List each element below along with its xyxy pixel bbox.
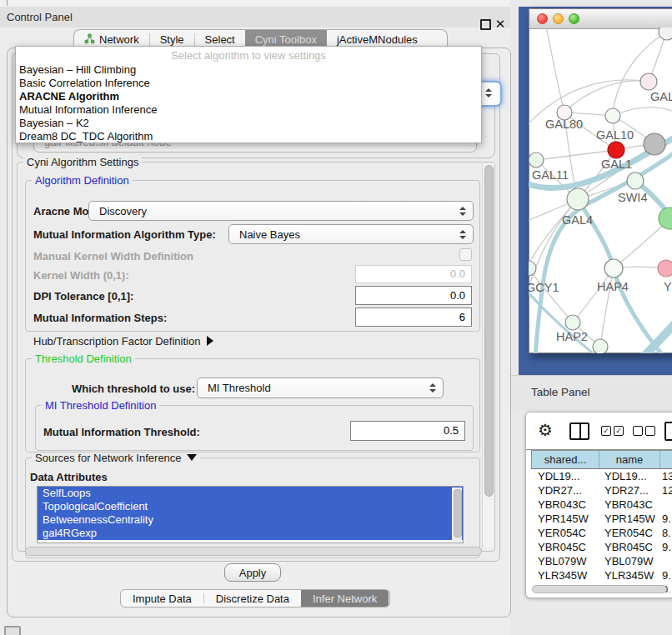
table-horizontal-scrollbar[interactable] [532, 585, 667, 593]
node-unlabeled[interactable] [659, 28, 672, 40]
hub-definition-toggle[interactable]: Hub/Transcription Factor Definition [33, 335, 213, 348]
node-label: GAL1 [601, 158, 632, 171]
collapsed-panel-icon[interactable] [4, 626, 21, 635]
tab-infer-network[interactable]: Infer Network [301, 590, 389, 607]
tab-style-label: Style [160, 33, 184, 46]
node-bottom[interactable] [593, 339, 608, 353]
node-swi4[interactable] [627, 172, 644, 189]
threshold-definition-title: Threshold Definition [32, 353, 135, 364]
list-item[interactable]: BetweennessCentrality [38, 513, 463, 527]
deselect-all-columns-icon[interactable] [633, 426, 655, 436]
table-row[interactable]: YBR043C YBR043C [531, 498, 672, 512]
node-gal10[interactable] [605, 108, 620, 123]
mi-steps-field[interactable]: 6 [355, 308, 472, 327]
scrollbar-thumb[interactable] [454, 489, 462, 538]
node-gcy1[interactable] [529, 261, 536, 276]
which-threshold-value: MI Threshold [198, 382, 429, 394]
tab-impute-data[interactable]: Impute Data [121, 590, 203, 607]
minimize-traffic-light-icon[interactable] [553, 13, 564, 24]
data-attributes-list[interactable]: SelfLoops TopologicalCoefficient Between… [37, 486, 464, 543]
node-pink[interactable] [658, 260, 672, 277]
node-green[interactable] [659, 208, 672, 229]
dpi-tolerance-label: DPI Tolerance [0,1]: [33, 290, 133, 302]
tab-network-label: Network [99, 33, 139, 46]
apply-button[interactable]: Apply [224, 563, 281, 582]
network-window-titlebar[interactable] [529, 9, 672, 29]
sources-group-title[interactable]: Sources for Network Inference [32, 452, 200, 463]
table-row[interactable]: YLR345W YLR345W 9. [531, 568, 672, 582]
cell-name: YBL079W [598, 554, 658, 568]
list-item[interactable]: TopologicalCoefficient [38, 500, 463, 513]
cell-shared: YLR345W [531, 568, 598, 582]
node-gal4[interactable] [567, 188, 589, 210]
cell-shared: YPR145W [531, 512, 598, 526]
node-table[interactable]: shared... name YDL19... YDL19... 13 YDR2… [531, 450, 672, 592]
table-row[interactable]: YPR145W YPR145W 9. [531, 512, 672, 526]
dropdown-item[interactable]: Basic Correlation Inference [16, 77, 481, 90]
table-row[interactable]: YBR045C YBR045C 9. [531, 540, 672, 554]
float-window-icon[interactable] [480, 19, 491, 30]
gear-icon[interactable]: ⚙ [538, 420, 553, 440]
dropdown-item[interactable]: Mutual Information Inference [16, 103, 481, 117]
mi-threshold-definition-title: MI Threshold Definition [42, 400, 159, 411]
select-all-columns-icon[interactable]: ✓ ✓ [601, 426, 624, 436]
combo-stepper-icon [459, 230, 466, 239]
dropdown-item[interactable]: Dream8 DC_TDC Algorithm [16, 130, 481, 143]
settings-vertical-scrollbar[interactable] [482, 163, 494, 548]
table-row[interactable]: YDL19... YDL19... 13 [531, 469, 672, 483]
list-item[interactable]: gal4RGexp [38, 527, 463, 540]
dropdown-item-selected[interactable]: ARACNE Algorithm [16, 90, 481, 103]
node-gal1-selected-red[interactable] [608, 142, 624, 158]
settings-horizontal-scrollbar[interactable] [25, 547, 482, 556]
node-hap4[interactable] [604, 259, 623, 278]
node-gal11[interactable] [529, 152, 544, 168]
column-header-shared-name[interactable]: shared... [532, 451, 599, 468]
tab-cyni-toolbox-label: Cyni Toolbox [255, 33, 317, 46]
combo-stepper-icon [429, 383, 436, 392]
scrollbar-thumb[interactable] [484, 165, 494, 497]
kernel-width-field[interactable]: 0.0 [355, 265, 472, 283]
combo-stepper-icon [459, 207, 466, 216]
cell-name: YDR27... [598, 483, 658, 498]
list-vertical-scrollbar[interactable] [452, 488, 462, 542]
dpi-tolerance-field[interactable]: 0.0 [355, 286, 472, 305]
application-window: Control Panel ✕ galFiltered.sif default … [0, 0, 672, 635]
aracne-mode-combobox[interactable]: Discovery [88, 201, 474, 221]
list-item[interactable]: SelfLoops [38, 487, 463, 500]
manual-kernel-width-checkbox[interactable] [459, 248, 472, 261]
network-canvas[interactable]: GAL GAL80 GAL10 GAL1 GAL11 SWI4 GAL4 GCY… [529, 28, 672, 353]
cell-shared: YDL19... [531, 469, 598, 483]
node-gal2[interactable] [640, 73, 657, 90]
close-icon[interactable]: ✕ [494, 13, 507, 34]
cell-name: YDL19... [598, 469, 658, 483]
dropdown-item[interactable]: Bayesian – Hill Climbing [16, 63, 481, 77]
mi-threshold-field[interactable]: 0.5 [350, 421, 465, 441]
cell-extra: 8. [658, 526, 672, 540]
cell-name: YPR145W [598, 512, 658, 526]
column-header-clipped[interactable] [660, 451, 672, 468]
export-table-icon[interactable] [664, 422, 672, 441]
mi-algorithm-type-combobox[interactable]: Naive Bayes [228, 224, 474, 244]
table-row[interactable]: YER054C YER054C 8. [531, 526, 672, 540]
dropdown-item[interactable]: Bayesian – K2 [16, 117, 481, 130]
node-hap2[interactable] [565, 315, 580, 330]
table-panel-window: ⚙ ✓ ✓ shared... name YDL19... YDL19... 1… [525, 412, 672, 598]
algorithm-dropdown-list: Select algorithm to view settings Bayesi… [15, 46, 482, 143]
cell-extra: 9. [658, 512, 672, 526]
tab-discretize-data[interactable]: Discretize Data [204, 590, 301, 607]
cell-shared: YDR27... [531, 483, 598, 498]
algorithm-definition-title: Algorithm Definition [32, 175, 133, 186]
close-traffic-light-icon[interactable] [537, 13, 548, 24]
network-icon [84, 33, 95, 47]
node-gray[interactable] [644, 133, 665, 155]
which-threshold-combobox[interactable]: MI Threshold [197, 378, 444, 398]
node-label: HAP2 [556, 330, 588, 343]
table-row[interactable]: YBL079W YBL079W [531, 554, 672, 568]
tab-jactivemnodules-label: jActiveMNodules [337, 33, 418, 46]
column-header-name[interactable]: name [599, 451, 660, 468]
combo-stepper-icon [485, 88, 492, 98]
zoom-traffic-light-icon[interactable] [569, 13, 579, 24]
table-row[interactable]: YDR27... YDR27... 12 [531, 483, 672, 498]
split-columns-icon[interactable] [569, 422, 589, 440]
control-panel-title: Control Panel [7, 7, 73, 28]
